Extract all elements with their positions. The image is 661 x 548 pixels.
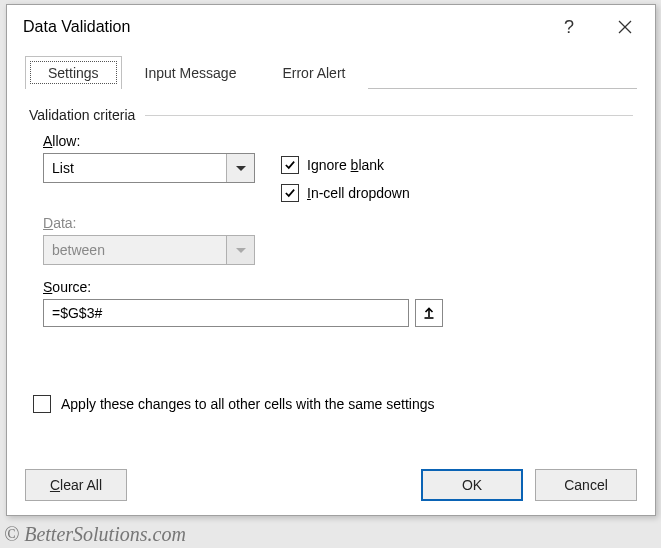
in-cell-dropdown-row[interactable]: In-cell dropdown bbox=[281, 179, 410, 207]
tab-input-message[interactable]: Input Message bbox=[122, 56, 260, 89]
titlebar-controls: ? bbox=[549, 13, 645, 42]
in-cell-dropdown-checkbox[interactable] bbox=[281, 184, 299, 202]
criteria-legend: Validation criteria bbox=[29, 107, 633, 123]
allow-value: List bbox=[44, 160, 226, 176]
data-dropdown-button bbox=[226, 236, 254, 264]
criteria-legend-text: Validation criteria bbox=[29, 107, 135, 123]
tab-settings[interactable]: Settings bbox=[25, 56, 122, 89]
tab-error-alert[interactable]: Error Alert bbox=[259, 56, 368, 89]
dialog-content: Settings Input Message Error Alert Valid… bbox=[7, 49, 655, 433]
apply-changes-row[interactable]: Apply these changes to all other cells w… bbox=[29, 395, 633, 413]
check-icon bbox=[284, 188, 296, 198]
chevron-down-icon bbox=[236, 166, 246, 171]
apply-changes-label: Apply these changes to all other cells w… bbox=[61, 396, 435, 412]
watermark: © BetterSolutions.com bbox=[4, 523, 186, 546]
dialog-footer: Clear All OK Cancel bbox=[25, 469, 637, 501]
ignore-blank-checkbox[interactable] bbox=[281, 156, 299, 174]
data-label: Data: bbox=[43, 215, 269, 231]
allow-dropdown[interactable]: List bbox=[43, 153, 255, 183]
data-value: between bbox=[44, 242, 226, 258]
allow-dropdown-button[interactable] bbox=[226, 154, 254, 182]
check-icon bbox=[284, 160, 296, 170]
close-button[interactable] bbox=[605, 15, 645, 39]
data-dropdown: between bbox=[43, 235, 255, 265]
data-validation-dialog: Data Validation ? Settings Input Message… bbox=[6, 4, 656, 516]
ok-button[interactable]: OK bbox=[421, 469, 523, 501]
chevron-down-icon bbox=[236, 248, 246, 253]
titlebar: Data Validation ? bbox=[7, 5, 655, 49]
apply-changes-checkbox[interactable] bbox=[33, 395, 51, 413]
cancel-button[interactable]: Cancel bbox=[535, 469, 637, 501]
clear-all-button[interactable]: Clear All bbox=[25, 469, 127, 501]
ignore-blank-row[interactable]: Ignore blank bbox=[281, 151, 410, 179]
in-cell-dropdown-label: In-cell dropdown bbox=[307, 185, 410, 201]
range-selector-icon bbox=[422, 306, 436, 320]
tabstrip: Settings Input Message Error Alert bbox=[25, 55, 637, 89]
help-button[interactable]: ? bbox=[549, 13, 589, 42]
criteria-legend-line bbox=[145, 115, 633, 116]
source-input[interactable] bbox=[43, 299, 409, 327]
allow-label: Allow: bbox=[43, 133, 269, 149]
close-icon bbox=[617, 19, 633, 35]
criteria-group: Validation criteria Allow: List bbox=[25, 89, 637, 419]
collapse-dialog-button[interactable] bbox=[415, 299, 443, 327]
ignore-blank-label: Ignore blank bbox=[307, 157, 384, 173]
dialog-title: Data Validation bbox=[23, 18, 130, 36]
source-label: Source: bbox=[43, 279, 633, 295]
